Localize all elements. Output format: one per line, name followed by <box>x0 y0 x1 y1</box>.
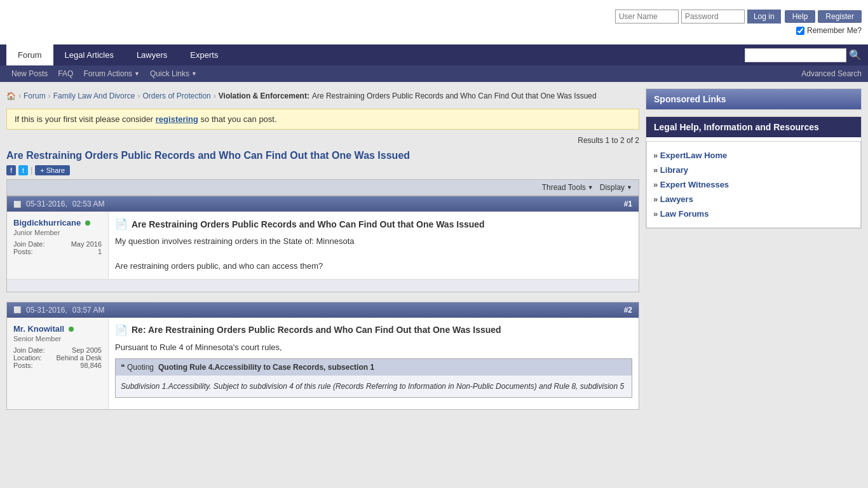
first-visit-notice: If this is your first visit please consi… <box>6 109 639 130</box>
post-1-date: 05-31-2016, <box>26 200 67 208</box>
breadcrumb-sep-3: › <box>137 92 140 100</box>
post-1-body: Bigdickhurricane Junior Member Join Date… <box>7 212 639 279</box>
thread-tools-bar: Thread Tools Display <box>6 179 639 196</box>
tab-forum[interactable]: Forum <box>6 44 53 65</box>
breadcrumb-sep-2: › <box>48 92 51 100</box>
register-link[interactable]: Register <box>818 10 862 23</box>
breadcrumb-orders-protection[interactable]: Orders of Protection <box>142 92 210 100</box>
search-input[interactable] <box>745 48 846 62</box>
sidebar-link-expert-witnesses[interactable]: Expert Witnesses <box>653 177 854 192</box>
main-navbar: Forum Legal Articles Lawyers Experts 🔍 <box>0 44 868 65</box>
remember-me-area: Remember Me? <box>796 26 862 35</box>
help-register-area: Help Register <box>785 10 862 23</box>
post-1-join-row: Join Date: May 2016 <box>13 240 102 248</box>
post-2-user-info: Mr. Knowitall Senior Member Join Date: S… <box>7 318 109 410</box>
remember-me-checkbox[interactable] <box>796 27 804 35</box>
sidebar-links-list: ExpertLaw Home Library Expert Witnesses … <box>646 141 861 228</box>
subnav-new-posts[interactable]: New Posts <box>6 68 53 79</box>
display-dropdown[interactable]: Display <box>600 183 632 192</box>
quote-block: ❝ Quoting Quoting Rule 4.Accessibility t… <box>115 358 632 398</box>
password-input[interactable] <box>681 10 745 24</box>
post-1-text: My question involves restraining orders … <box>115 235 632 273</box>
post-1-posts-row: Posts: 1 <box>13 248 102 255</box>
twitter-share-btn[interactable]: t <box>18 165 28 175</box>
sidebar-sponsored-section: Sponsored Links <box>646 88 862 110</box>
site-logo <box>6 6 76 38</box>
post-2-posts-count: 98,846 <box>80 362 102 369</box>
post-2-username-link[interactable]: Mr. Knowitall <box>13 324 64 334</box>
share-btn[interactable]: + Share <box>35 165 70 175</box>
post-1-username-link[interactable]: Bigdickhurricane <box>13 218 81 227</box>
search-button[interactable]: 🔍 <box>849 49 862 61</box>
post-2-join-row: Join Date: Sep 2005 <box>13 346 102 354</box>
post-2-date: 05-31-2016, <box>26 306 67 315</box>
breadcrumb-home[interactable]: 🏠 <box>6 92 16 100</box>
forum-actions-dropdown[interactable]: Forum Actions <box>78 68 145 79</box>
post-2-join-label: Join Date: <box>13 346 45 354</box>
sidebar-link-library[interactable]: Library <box>653 163 854 177</box>
breadcrumb: 🏠 › Forum › Family Law And Divorce › Ord… <box>6 88 639 104</box>
advanced-search-link[interactable]: Advanced Search <box>801 69 862 78</box>
facebook-share-btn[interactable]: f <box>6 165 16 175</box>
quote-content: Subdivision 1.Accessibility. Subject to … <box>116 376 632 397</box>
login-button[interactable]: Log in <box>747 10 781 24</box>
post-1-posts-count: 1 <box>98 248 102 255</box>
sidebar-link-law-forums[interactable]: Law Forums <box>653 207 854 221</box>
post-1-content: 📄 Are Restraining Orders Public Records … <box>109 212 639 279</box>
main-container: 🏠 › Forum › Family Law And Divorce › Ord… <box>0 82 868 426</box>
divider: | <box>31 166 32 175</box>
post-2-doc-icon: 📄 <box>115 324 128 336</box>
results-count: Results 1 to 2 of 2 <box>6 136 639 145</box>
post-2-header-left: ⬜ 05-31-2016, 03:57 AM <box>13 306 104 315</box>
post-2-online-indicator <box>69 327 74 332</box>
header: Log in Help Register Remember Me? <box>0 0 868 44</box>
post-2-title: 📄 Re: Are Restraining Orders Public Reco… <box>115 324 632 336</box>
breadcrumb-forum[interactable]: Forum <box>24 92 46 100</box>
post-2-text: Pursuant to Rule 4 of Minnesota's court … <box>115 341 632 398</box>
sidebar-link-lawyers[interactable]: Lawyers <box>653 192 854 207</box>
help-link[interactable]: Help <box>785 10 816 23</box>
thread-title-link[interactable]: Are Restraining Orders Public Records an… <box>6 150 410 161</box>
search-area: 🔍 <box>745 48 862 62</box>
tab-legal-articles[interactable]: Legal Articles <box>53 44 125 65</box>
breadcrumb-page-title: Are Restraining Orders Public Records an… <box>312 92 597 100</box>
content-area: 🏠 › Forum › Family Law And Divorce › Ord… <box>6 88 639 419</box>
post-2-join-date: Sep 2005 <box>72 346 102 354</box>
sponsored-box: Sponsored Links <box>646 88 862 110</box>
post-1-bullet: ⬜ <box>13 201 21 208</box>
breadcrumb-family-law[interactable]: Family Law And Divorce <box>53 92 135 100</box>
auth-area: Log in Help Register Remember Me? <box>615 10 862 35</box>
post-2-location-label: Location: <box>13 354 42 362</box>
post-1-header-left: ⬜ 05-31-2016, 02:53 AM <box>13 200 104 208</box>
auth-inputs: Log in <box>615 10 781 24</box>
tab-experts[interactable]: Experts <box>179 44 229 65</box>
post-2-posts-label: Posts: <box>13 362 33 369</box>
post-1-rank: Junior Member <box>13 229 102 236</box>
post-2-location-row: Location: Behind a Desk <box>13 354 102 362</box>
home-icon: 🏠 <box>6 92 16 100</box>
share-plus-icon: + <box>40 166 44 174</box>
subnav-faq[interactable]: FAQ <box>53 68 78 79</box>
post-2-posts-row: Posts: 98,846 <box>13 362 102 369</box>
sponsored-title: Sponsored Links <box>646 89 861 109</box>
resources-box: Legal Help, Information and Resources Ex… <box>646 116 862 229</box>
post-2-bullet: ⬜ <box>13 306 21 313</box>
thread-tools-dropdown[interactable]: Thread Tools <box>542 183 593 192</box>
sidebar: Sponsored Links Legal Help, Information … <box>646 88 862 419</box>
username-input[interactable] <box>615 10 679 24</box>
register-link-notice[interactable]: registering <box>156 114 198 124</box>
quote-header: ❝ Quoting Quoting Rule 4.Accessibility t… <box>116 359 632 376</box>
sub-navbar: New Posts FAQ Forum Actions Quick Links … <box>0 65 868 82</box>
post-1-join-label: Join Date: <box>13 240 45 248</box>
post-1: ⬜ 05-31-2016, 02:53 AM #1 Bigdickhurrica… <box>6 196 639 292</box>
quick-links-dropdown[interactable]: Quick Links <box>145 68 202 79</box>
sidebar-link-expertlaw-home[interactable]: ExpertLaw Home <box>653 148 854 163</box>
post-2-time: 03:57 AM <box>72 306 105 315</box>
post-1-posts-label: Posts: <box>13 248 33 255</box>
thread-title: Are Restraining Orders Public Records an… <box>6 150 639 161</box>
post-1-header: ⬜ 05-31-2016, 02:53 AM #1 <box>7 196 639 212</box>
post-1-time: 02:53 AM <box>72 200 105 208</box>
tab-lawyers[interactable]: Lawyers <box>125 44 179 65</box>
post-2-content: 📄 Re: Are Restraining Orders Public Reco… <box>109 318 639 410</box>
navbar-tabs: Forum Legal Articles Lawyers Experts <box>6 44 229 65</box>
